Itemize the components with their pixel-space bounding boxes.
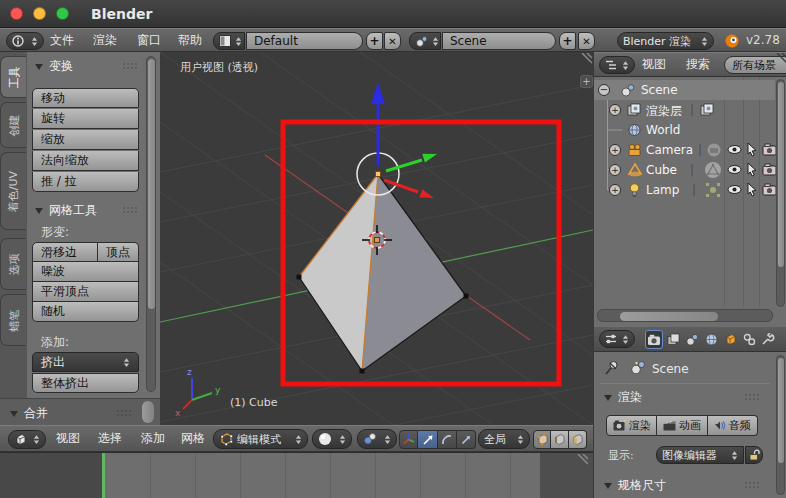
- expand-plus-icon[interactable]: +: [609, 184, 621, 196]
- lock-interface-button[interactable]: [745, 446, 763, 464]
- delete-scene-button[interactable]: ✕: [578, 32, 595, 50]
- timeline[interactable]: [0, 452, 593, 498]
- tab-render-layers[interactable]: [664, 330, 682, 349]
- manipulator-toggle-button[interactable]: [399, 430, 418, 449]
- outliner-v-scrollbar[interactable]: [776, 79, 785, 307]
- vertex-select-button[interactable]: [533, 430, 551, 449]
- view3d-menu-view[interactable]: 视图: [56, 426, 80, 451]
- edge-select-button[interactable]: [551, 430, 569, 449]
- add-layout-button[interactable]: +: [366, 32, 383, 50]
- extrude-region-button[interactable]: 整体挤出: [32, 373, 139, 393]
- outliner-menu-search[interactable]: 搜索: [686, 53, 710, 76]
- eye-icon[interactable]: [727, 183, 742, 196]
- noise-button[interactable]: 噪波: [32, 262, 139, 282]
- outliner-row-renderlayers[interactable]: + 渲染层 |: [594, 100, 775, 120]
- layout-name-field[interactable]: Default: [246, 32, 363, 50]
- camera-restrict-icon[interactable]: [762, 163, 777, 176]
- outliner-menu-view[interactable]: 视图: [642, 53, 666, 76]
- outliner-row-scene[interactable]: − Scene: [594, 80, 775, 100]
- viewport-shading-dropdown[interactable]: [312, 429, 352, 449]
- menu-render[interactable]: 渲染: [93, 29, 117, 51]
- scale-button[interactable]: 缩放: [32, 130, 139, 150]
- tab-object[interactable]: [721, 330, 739, 349]
- traffic-close-icon[interactable]: [10, 7, 23, 20]
- view3d-editor-type-button[interactable]: [8, 430, 46, 449]
- tab-render[interactable]: [645, 330, 663, 349]
- grip-dots-icon[interactable]: [744, 393, 760, 401]
- tab-shading-uv[interactable]: 着色/UV: [0, 152, 26, 230]
- camera-data-icon[interactable]: [706, 142, 722, 158]
- editor-type-button[interactable]: [6, 32, 44, 50]
- grip-dots-icon[interactable]: [122, 206, 138, 214]
- eye-icon[interactable]: [727, 143, 742, 156]
- render-animation-button[interactable]: 动画: [657, 415, 707, 436]
- toolshelf-scrollbar-end[interactable]: [142, 401, 154, 423]
- menu-help[interactable]: 帮助: [178, 29, 202, 51]
- tab-grease-pencil[interactable]: 蜡笔: [0, 294, 26, 346]
- tab-options[interactable]: 选项: [0, 238, 26, 290]
- translate-manipulator-button[interactable]: [418, 430, 438, 449]
- grip-dots-icon[interactable]: [744, 481, 760, 489]
- menu-window[interactable]: 窗口: [137, 29, 161, 51]
- outliner-row-lamp[interactable]: + Lamp |: [594, 180, 775, 200]
- dimensions-panel-header[interactable]: 规格尺寸: [604, 477, 666, 494]
- viewport-3d[interactable]: z y x 用户视图 (透视) (1) Cube +: [160, 52, 593, 425]
- tab-create[interactable]: 创建: [0, 102, 26, 148]
- tab-scene[interactable]: [683, 330, 701, 349]
- face-select-button[interactable]: [569, 430, 587, 449]
- view3d-menu-mesh[interactable]: 网格: [181, 426, 205, 451]
- tab-world[interactable]: [702, 330, 720, 349]
- tab-constraints[interactable]: [740, 330, 758, 349]
- push-pull-button[interactable]: 推 / 拉: [32, 172, 139, 192]
- layout-selector-button[interactable]: [213, 32, 245, 50]
- resize-corner-icon[interactable]: [576, 53, 592, 69]
- pivot-point-dropdown[interactable]: [357, 429, 397, 449]
- traffic-zoom-icon[interactable]: [56, 7, 69, 20]
- render-audio-button[interactable]: 音频: [708, 415, 758, 436]
- mode-dropdown[interactable]: 编辑模式: [213, 429, 308, 449]
- outliner-h-scrollbar[interactable]: [597, 309, 773, 322]
- region-expand-button[interactable]: +: [580, 75, 593, 88]
- edge-slide-button[interactable]: 滑移边: [32, 242, 98, 262]
- scene-selector-button[interactable]: [409, 32, 441, 50]
- merge-panel-header[interactable]: 合并: [10, 405, 48, 422]
- extrude-dropdown[interactable]: 挤出: [32, 352, 139, 372]
- grip-dots-icon[interactable]: [116, 409, 132, 417]
- camera-restrict-icon[interactable]: [762, 143, 777, 156]
- render-button[interactable]: 渲染: [606, 415, 657, 436]
- collapse-minus-icon[interactable]: −: [598, 84, 610, 96]
- add-scene-button[interactable]: +: [559, 32, 576, 50]
- outliner-row-camera[interactable]: + Camera |: [594, 140, 775, 160]
- smooth-vertex-button[interactable]: 平滑顶点: [32, 282, 139, 302]
- menu-file[interactable]: 文件: [50, 29, 74, 51]
- tab-tools[interactable]: 工具: [0, 56, 26, 98]
- tab-modifiers[interactable]: [759, 330, 777, 349]
- eye-icon[interactable]: [727, 163, 742, 176]
- pin-icon[interactable]: [604, 360, 620, 376]
- resize-corner-icon[interactable]: [572, 454, 588, 470]
- expand-plus-icon[interactable]: +: [609, 144, 621, 156]
- mesh-tools-panel-header[interactable]: 网格工具: [35, 202, 97, 219]
- mesh-data-icon[interactable]: [704, 161, 722, 179]
- resize-corner-icon[interactable]: [771, 53, 786, 69]
- lamp-data-icon[interactable]: [705, 182, 721, 198]
- scale-manipulator-button[interactable]: [457, 430, 476, 449]
- rotate-manipulator-button[interactable]: [438, 430, 457, 449]
- traffic-minimize-icon[interactable]: [33, 7, 46, 20]
- toolshelf-scrollbar[interactable]: [146, 56, 156, 392]
- render-engine-dropdown[interactable]: Blender 渲染: [617, 32, 714, 50]
- timeline-playhead[interactable]: [102, 453, 105, 498]
- expand-plus-icon[interactable]: +: [609, 104, 621, 116]
- grip-dots-icon[interactable]: [122, 62, 138, 70]
- outliner-row-cube[interactable]: + Cube |: [594, 160, 775, 180]
- delete-layout-button[interactable]: ✕: [384, 32, 401, 50]
- transform-orientation-dropdown[interactable]: 全局: [478, 429, 530, 449]
- camera-restrict-icon[interactable]: [762, 183, 777, 196]
- properties-editor-type-button[interactable]: [599, 330, 635, 348]
- shrink-fatten-button[interactable]: 法向缩放: [32, 151, 139, 171]
- display-mode-dropdown[interactable]: 图像编辑器: [656, 446, 744, 464]
- cursor-select-icon[interactable]: [746, 162, 758, 177]
- randomize-button[interactable]: 随机: [32, 302, 139, 322]
- cursor-select-icon[interactable]: [746, 142, 758, 157]
- cursor-select-icon[interactable]: [746, 182, 758, 197]
